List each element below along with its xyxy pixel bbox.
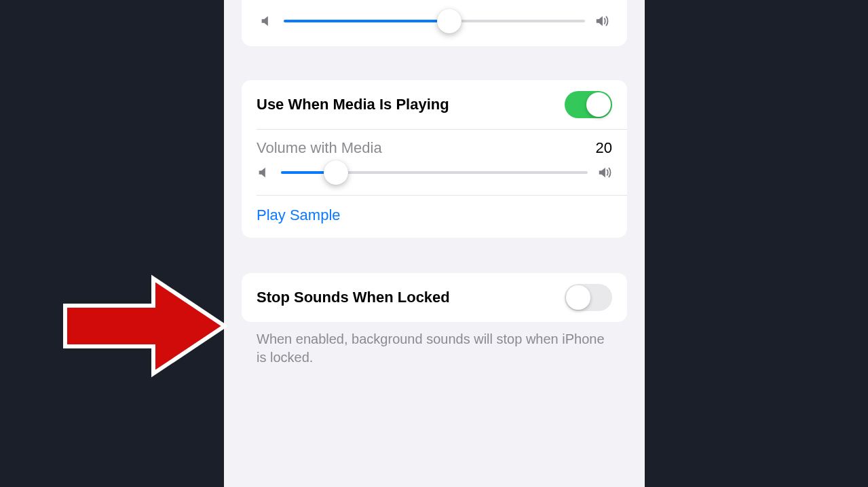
primary-volume-slider-row xyxy=(259,14,609,29)
stop-sounds-card: Stop Sounds When Locked xyxy=(242,273,627,322)
use-when-media-playing-label: Use When Media Is Playing xyxy=(257,96,565,113)
speaker-max-icon xyxy=(595,14,609,29)
play-sample-link[interactable]: Play Sample xyxy=(242,196,627,238)
primary-volume-card xyxy=(242,0,627,46)
stop-sounds-when-locked-label: Stop Sounds When Locked xyxy=(257,289,565,306)
red-arrow-annotation xyxy=(52,272,228,380)
volume-with-media-slider[interactable] xyxy=(281,171,588,174)
use-when-media-playing-row[interactable]: Use When Media Is Playing xyxy=(242,80,627,129)
settings-screen: Use When Media Is Playing Volume with Me… xyxy=(224,0,645,487)
volume-with-media-slider-row xyxy=(257,165,612,180)
volume-with-media-header: Volume with Media 20 xyxy=(242,130,627,157)
volume-with-media-label: Volume with Media xyxy=(257,139,596,157)
svg-marker-0 xyxy=(65,278,225,374)
speaker-min-icon xyxy=(257,165,271,180)
speaker-max-icon xyxy=(597,165,612,180)
stop-sounds-footer-text: When enabled, background sounds will sto… xyxy=(257,330,612,367)
media-settings-card: Use When Media Is Playing Volume with Me… xyxy=(242,80,627,238)
stop-sounds-when-locked-row[interactable]: Stop Sounds When Locked xyxy=(242,273,627,322)
stop-sounds-when-locked-toggle[interactable] xyxy=(565,284,612,311)
primary-volume-slider[interactable] xyxy=(284,20,585,22)
speaker-min-icon xyxy=(259,14,274,29)
volume-with-media-value: 20 xyxy=(596,139,612,157)
use-when-media-playing-toggle[interactable] xyxy=(565,91,612,118)
